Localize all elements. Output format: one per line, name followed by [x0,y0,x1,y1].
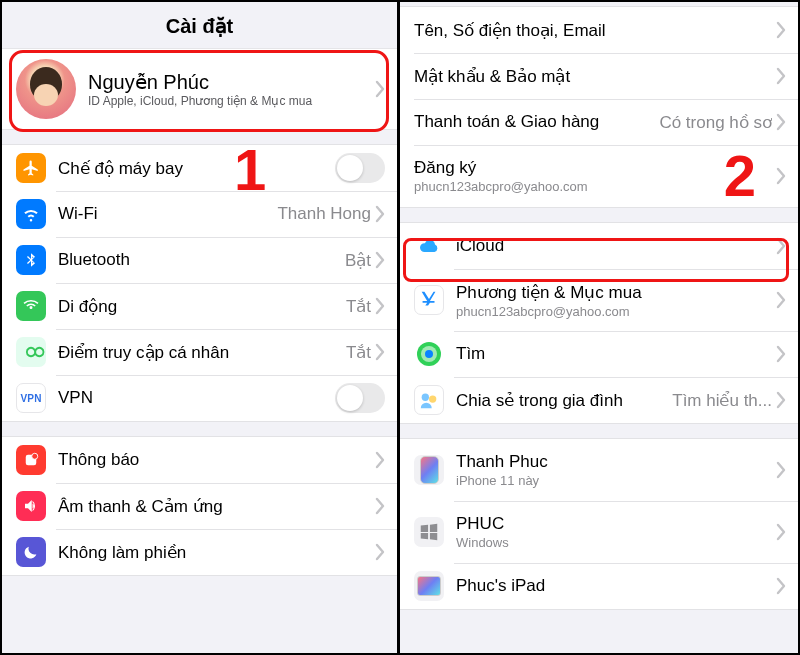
row-sub: phucn123abcpro@yahoo.com [414,179,776,194]
chevron-right-icon [776,22,786,38]
chevron-right-icon [375,498,385,514]
row-label: Điểm truy cập cá nhân [58,342,346,363]
row-detail: Tìm hiểu th... [672,390,772,411]
windows-icon [414,517,444,547]
row-sub: iPhone 11 này [456,473,776,488]
row-label: Bluetooth [58,250,345,270]
chevron-right-icon [776,168,786,184]
row-detail: Có trong hồ sơ [659,112,772,133]
name-phone-email-row[interactable]: Tên, Số điện thoại, Email [400,7,798,53]
cellular-icon [16,291,46,321]
chevron-right-icon [375,344,385,360]
row-label: Thanh toán & Giao hàng [414,112,659,132]
row-label: Phương tiện & Mục mua [456,282,776,303]
chevron-right-icon [776,524,786,540]
row-label: Mật khẩu & Bảo mật [414,66,776,87]
avatar [16,59,76,119]
device-row[interactable]: PHUC Windows [400,501,798,563]
chevron-right-icon [776,292,786,308]
find-my-row[interactable]: Tìm [400,331,798,377]
svg-point-5 [422,394,429,401]
icloud-icon [414,231,444,261]
row-label: VPN [58,388,335,408]
iphone-icon [414,455,444,485]
svg-point-1 [32,453,38,459]
notifications-row[interactable]: Thông báo [2,437,397,483]
row-label: Tên, Số điện thoại, Email [414,20,776,41]
airplane-icon [16,153,46,183]
chevron-right-icon [375,252,385,268]
chevron-right-icon [776,238,786,254]
device-row[interactable]: Phuc's iPad [400,563,798,609]
airplane-mode-row[interactable]: Chế độ máy bay [2,145,397,191]
step-1-label: 1 [234,136,266,203]
svg-point-6 [429,395,436,402]
row-detail: Tắt [346,296,371,317]
chevron-right-icon [375,452,385,468]
row-label: Di động [58,296,346,317]
row-label: Âm thanh & Cảm ứng [58,496,375,517]
ipad-icon [414,571,444,601]
row-detail: Bật [345,250,371,271]
family-sharing-row[interactable]: Chia sẻ trong gia đình Tìm hiểu th... [400,377,798,423]
profile-row[interactable]: Nguyễn Phúc ID Apple, iCloud, Phương tiệ… [2,48,397,130]
chevron-right-icon [776,114,786,130]
chevron-right-icon [375,298,385,314]
vpn-icon: VPN [16,383,46,413]
row-label: Thông báo [58,450,375,470]
bluetooth-row[interactable]: Bluetooth Bật [2,237,397,283]
row-label: PHUC [456,514,776,534]
appstore-icon [414,285,444,315]
row-label: Không làm phiền [58,542,375,563]
row-label: Phuc's iPad [456,576,776,596]
airplane-toggle[interactable] [335,153,385,183]
device-row[interactable]: Thanh Phuc iPhone 11 này [400,439,798,501]
sound-icon [16,491,46,521]
chevron-right-icon [375,206,385,222]
wifi-icon [16,199,46,229]
chevron-right-icon [776,462,786,478]
hotspot-row[interactable]: Điểm truy cập cá nhân Tắt [2,329,397,375]
row-detail: Thanh Hong [277,204,371,224]
row-label: iCloud [456,236,776,256]
notification-icon [16,445,46,475]
chevron-right-icon [375,81,385,97]
chevron-right-icon [375,544,385,560]
find-my-icon [414,339,444,369]
dnd-row[interactable]: Không làm phiền [2,529,397,575]
svg-point-4 [425,350,433,358]
vpn-toggle[interactable] [335,383,385,413]
bluetooth-icon [16,245,46,275]
media-purchases-row[interactable]: Phương tiện & Mục mua phucn123abcpro@yah… [400,269,798,331]
profile-sub: ID Apple, iCloud, Phương tiện & Mục mua [88,94,375,108]
cellular-row[interactable]: Di động Tắt [2,283,397,329]
chevron-right-icon [776,578,786,594]
vpn-row[interactable]: VPN VPN [2,375,397,421]
row-sub: phucn123abcpro@yahoo.com [456,304,776,319]
hotspot-icon [16,337,46,367]
row-label: Chia sẻ trong gia đình [456,390,672,411]
wifi-row[interactable]: Wi-Fi Thanh Hong [2,191,397,237]
step-2-label: 2 [724,142,756,209]
chevron-right-icon [776,68,786,84]
icloud-row[interactable]: iCloud [400,223,798,269]
row-label: Đăng ký [414,158,776,178]
row-detail: Tắt [346,342,371,363]
row-label: Chế độ máy bay [58,158,335,179]
family-icon [414,385,444,415]
chevron-right-icon [776,346,786,362]
row-sub: Windows [456,535,776,550]
row-label: Wi-Fi [58,204,277,224]
moon-icon [16,537,46,567]
payment-shipping-row[interactable]: Thanh toán & Giao hàng Có trong hồ sơ [400,99,798,145]
profile-text: Nguyễn Phúc ID Apple, iCloud, Phương tiệ… [88,70,375,108]
profile-name: Nguyễn Phúc [88,70,375,94]
page-title: Cài đặt [2,2,397,48]
row-label: Thanh Phuc [456,452,776,472]
password-security-row[interactable]: Mật khẩu & Bảo mật [400,53,798,99]
row-label: Tìm [456,344,776,364]
chevron-right-icon [776,392,786,408]
sounds-row[interactable]: Âm thanh & Cảm ứng [2,483,397,529]
